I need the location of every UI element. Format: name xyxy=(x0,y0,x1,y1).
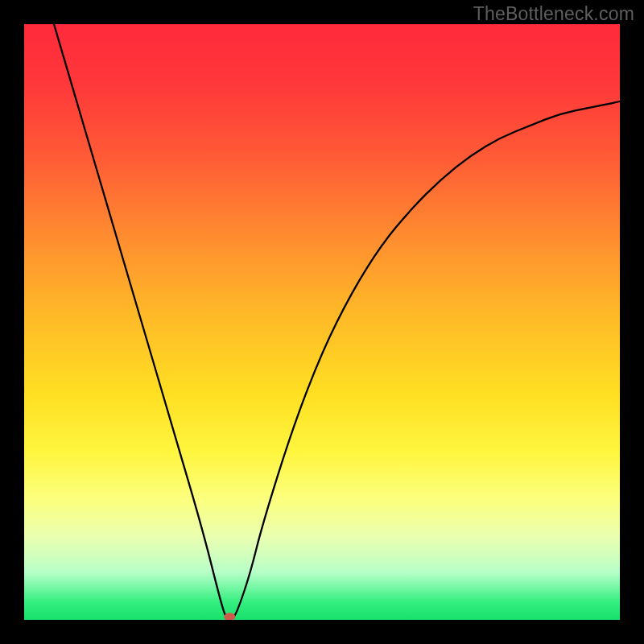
watermark-text: TheBottleneck.com xyxy=(473,3,634,25)
curve-layer xyxy=(24,24,620,620)
plot-area xyxy=(24,24,620,620)
chart-frame: TheBottleneck.com xyxy=(0,0,644,644)
bottleneck-curve xyxy=(54,24,620,620)
